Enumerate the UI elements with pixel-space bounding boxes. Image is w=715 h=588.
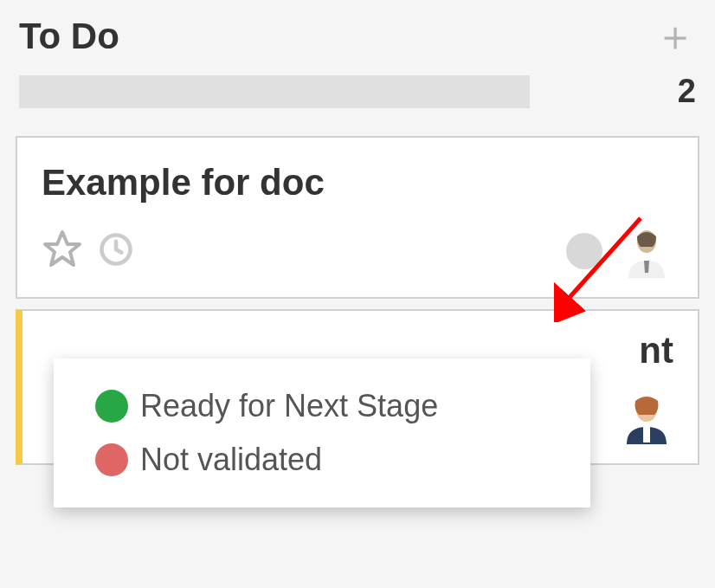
dropdown-option-not-validated[interactable]: Not validated (54, 433, 590, 487)
progress-row: 2 (0, 64, 715, 136)
svg-rect-6 (643, 427, 650, 443)
dropdown-option-label: Ready for Next Stage (140, 388, 438, 424)
column-title: To Do (19, 16, 119, 57)
card-count: 2 (678, 73, 696, 110)
kanban-card[interactable]: Example for doc (16, 136, 699, 299)
card-footer-left (42, 229, 135, 274)
status-dropdown: Ready for Next Stage Not validated (54, 359, 590, 507)
dropdown-option-ready[interactable]: Ready for Next Stage (54, 379, 590, 433)
dropdown-option-label: Not validated (140, 442, 322, 478)
add-icon[interactable]: ＋ (654, 16, 696, 57)
status-dot-red-icon (95, 443, 128, 476)
avatar[interactable] (620, 391, 673, 444)
avatar[interactable] (620, 224, 673, 278)
clock-icon[interactable] (97, 230, 135, 272)
progress-bar (19, 75, 530, 108)
card-title: Example for doc (42, 162, 673, 204)
svg-marker-0 (45, 232, 80, 265)
card-title-fragment: nt (639, 330, 673, 372)
status-dot-green-icon (95, 390, 128, 423)
card-footer-right (566, 224, 673, 278)
status-indicator[interactable] (566, 233, 602, 269)
card-footer (42, 224, 673, 278)
column-header: To Do ＋ (0, 0, 715, 64)
star-icon[interactable] (42, 229, 83, 274)
